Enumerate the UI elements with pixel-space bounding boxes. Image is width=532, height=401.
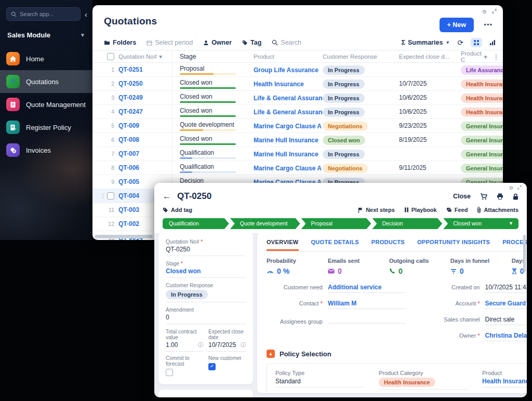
- pipeline-stage-closed-won[interactable]: Closed won▼: [443, 218, 518, 229]
- quotation-link[interactable]: QT-008: [118, 136, 139, 143]
- quotation-link[interactable]: QT-002: [118, 220, 139, 228]
- more-options-button[interactable]: •••: [484, 21, 493, 29]
- field-value[interactable]: Additional service: [328, 284, 406, 293]
- quotation-no-value[interactable]: QT-0250: [166, 246, 246, 253]
- sidebar-item-register-policy[interactable]: Register Policy: [0, 116, 92, 139]
- collapse-section-icon[interactable]: ▲: [267, 350, 275, 358]
- column-header-product-category[interactable]: Product C+⋮: [461, 50, 503, 63]
- back-arrow-icon[interactable]: ←: [163, 192, 171, 201]
- sidebar-item-quotations[interactable]: Quotations: [0, 70, 92, 93]
- sidebar-collapse-icon[interactable]: ‹: [85, 10, 87, 19]
- drag-handle-icon[interactable]: ⋮: [100, 193, 105, 199]
- quotation-link[interactable]: QT-007: [118, 150, 139, 157]
- customer-response-pill[interactable]: In Progress: [166, 290, 208, 299]
- product-cell: Marine Cargo Clause A: [254, 121, 323, 130]
- total-contract-value[interactable]: 1.00: [166, 341, 178, 349]
- product-link[interactable]: Marine Cargo Clause A: [254, 165, 322, 172]
- quotation-link[interactable]: QT-0250: [118, 80, 143, 87]
- horizontal-scrollbar[interactable]: [95, 235, 153, 238]
- product-link[interactable]: Marine Hull Insurance: [254, 137, 318, 144]
- product-link[interactable]: Marine Cargo Clause A: [254, 123, 322, 130]
- folders-button[interactable]: Folders: [104, 39, 136, 46]
- field-value[interactable]: Christina Dela: [485, 332, 527, 341]
- tab-quote-details[interactable]: QUOTE DETAILS: [311, 239, 359, 251]
- table-row[interactable]: 4QT-0247Closed wonLife & General Assuran…: [92, 105, 503, 119]
- summaries-button[interactable]: Σ Summaries ▼: [401, 39, 450, 46]
- table-row[interactable]: 5QT-009Quote developmentMarine Cargo Cla…: [92, 119, 503, 133]
- quotation-link[interactable]: QT-004: [118, 192, 139, 199]
- pipeline-stage-quote-development[interactable]: Quote development: [230, 218, 300, 229]
- quotation-link[interactable]: QT-0249: [118, 94, 143, 101]
- pipeline-stage-proposal[interactable]: Proposal: [301, 218, 371, 229]
- product-link[interactable]: Marine Hull Insurance: [254, 151, 318, 158]
- add-column-icon[interactable]: +: [484, 53, 488, 61]
- close-button[interactable]: Close: [453, 193, 471, 200]
- new-customer-checkbox[interactable]: [208, 363, 216, 370]
- chart-view-button[interactable]: [489, 39, 496, 46]
- field-value[interactable]: Secure Guard Insurance: [485, 300, 527, 309]
- commit-to-forecast-checkbox[interactable]: [166, 369, 173, 376]
- expand-icon[interactable]: [517, 185, 522, 190]
- select-period-button[interactable]: Select period: [147, 39, 193, 46]
- module-selector[interactable]: Sales Module ▼: [0, 21, 92, 42]
- field-value[interactable]: [328, 316, 406, 324]
- tab-overview[interactable]: OVERVIEW: [267, 239, 299, 251]
- policy-field-value[interactable]: Health Insurance: [482, 378, 527, 387]
- attachments-button[interactable]: Attachments: [477, 207, 518, 213]
- search-list-input[interactable]: Search: [272, 39, 301, 46]
- add-tag-button[interactable]: Add tag: [163, 207, 192, 213]
- quotation-link[interactable]: QT-005: [118, 178, 139, 185]
- table-row[interactable]: 6QT-008Closed wonMarine Hull InsuranceCl…: [92, 133, 503, 147]
- quotation-link[interactable]: QT-006: [118, 164, 139, 171]
- quotation-link[interactable]: QT-003: [118, 206, 139, 213]
- vertical-scrollbar[interactable]: [523, 235, 526, 272]
- field-value[interactable]: 10/7/2025 11:42 AM: [485, 284, 527, 293]
- grid-view-button[interactable]: [471, 38, 482, 47]
- sidebar-item-home[interactable]: Home: [0, 47, 92, 70]
- product-link[interactable]: Health Insurance: [254, 81, 304, 88]
- quotation-link[interactable]: QT-0247: [118, 108, 143, 115]
- field-value[interactable]: Direct sale: [485, 316, 527, 325]
- expected-close-date[interactable]: 10/7/2025: [208, 341, 236, 349]
- column-header-quotation-no[interactable]: Quotation No#▾: [118, 50, 172, 63]
- column-menu-icon[interactable]: ⋮: [493, 53, 499, 61]
- column-header-product[interactable]: Product: [254, 54, 323, 60]
- sidebar-item-quote-management[interactable]: Quote Management: [0, 93, 92, 116]
- pipeline-stage-decision[interactable]: Decision: [372, 218, 442, 229]
- column-header-stage[interactable]: Stage: [172, 52, 254, 60]
- tab-opportunity-insights[interactable]: OPPORTUNITY INSIGHTS: [417, 239, 490, 251]
- cart-icon[interactable]: [480, 193, 487, 200]
- table-row[interactable]: 3QT-0249Closed wonLife & General Assuran…: [92, 91, 503, 105]
- gear-icon[interactable]: ⚙: [509, 185, 513, 191]
- tag-filter-button[interactable]: Tag: [242, 39, 261, 46]
- printer-icon[interactable]: [497, 193, 503, 199]
- expand-icon[interactable]: [492, 9, 497, 14]
- amendment-value[interactable]: 0: [166, 314, 246, 321]
- stage-value-link[interactable]: Closed won: [166, 268, 246, 275]
- gear-icon[interactable]: ⚙: [482, 9, 487, 15]
- table-row[interactable]: 8QT-006QualificationMarine Cargo Clause …: [92, 161, 503, 175]
- row-checkbox[interactable]: [107, 192, 114, 199]
- select-all-checkbox[interactable]: [107, 53, 114, 60]
- tab-products[interactable]: PRODUCTS: [371, 239, 405, 251]
- column-header-customer-response[interactable]: Customer Response: [323, 54, 399, 60]
- quotation-link[interactable]: QT-0251: [118, 66, 143, 73]
- refresh-icon[interactable]: ⟳: [457, 38, 463, 47]
- table-row[interactable]: 7QT-007QualificationMarine Hull Insuranc…: [92, 147, 503, 161]
- field-value[interactable]: William M: [328, 300, 406, 309]
- column-header-expected-close-date[interactable]: Expected close d...: [399, 54, 461, 60]
- table-row[interactable]: 1QT-0251ProposalGroup Life AssuranceIn P…: [92, 63, 503, 77]
- search-app-input[interactable]: Search app...: [6, 7, 81, 21]
- feed-button[interactable]: Feed: [446, 207, 468, 213]
- quotation-link[interactable]: QT-009: [118, 122, 139, 129]
- sidebar-item-invoices[interactable]: $Invoices: [0, 139, 92, 162]
- new-button[interactable]: + New: [440, 18, 474, 32]
- product-link[interactable]: Group Life Assurance: [254, 66, 318, 74]
- owner-filter-button[interactable]: Owner: [203, 39, 232, 46]
- table-row[interactable]: 2QT-0250Closed wonHealth InsuranceIn Pro…: [92, 77, 503, 91]
- playbook-button[interactable]: Playbook: [404, 207, 437, 213]
- tag-label: Tag: [250, 39, 261, 46]
- next-steps-button[interactable]: Next steps: [358, 207, 395, 213]
- pipeline-stage-qualification[interactable]: Qualification: [163, 218, 229, 229]
- lock-icon[interactable]: [513, 193, 518, 200]
